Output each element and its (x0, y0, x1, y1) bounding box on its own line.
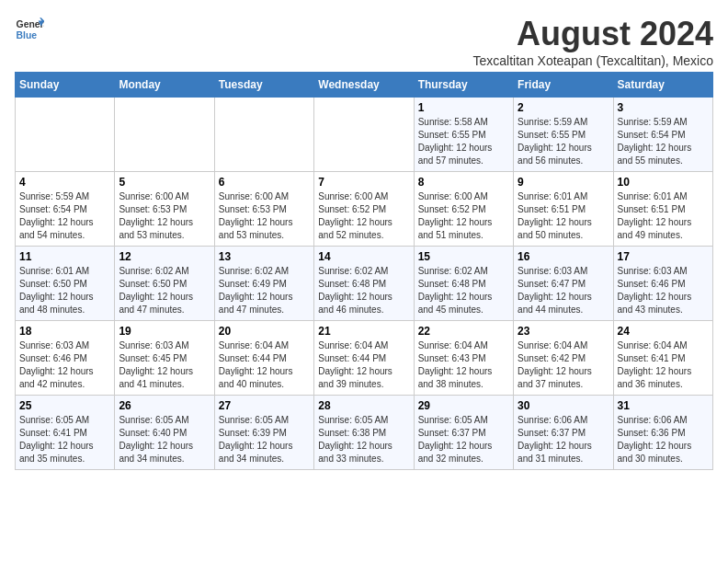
calendar-cell: 10Sunrise: 6:01 AM Sunset: 6:51 PM Dayli… (613, 172, 712, 247)
day-info: Sunrise: 5:59 AM Sunset: 6:54 PM Dayligh… (19, 190, 110, 242)
calendar-week-row: 11Sunrise: 6:01 AM Sunset: 6:50 PM Dayli… (16, 247, 713, 321)
calendar-cell: 1Sunrise: 5:58 AM Sunset: 6:55 PM Daylig… (414, 98, 513, 172)
day-number: 31 (618, 399, 709, 412)
header-friday: Friday (514, 73, 613, 98)
logo: General Blue (15, 15, 44, 44)
day-info: Sunrise: 6:01 AM Sunset: 6:51 PM Dayligh… (518, 190, 609, 242)
calendar-cell: 17Sunrise: 6:03 AM Sunset: 6:46 PM Dayli… (613, 247, 712, 321)
day-number: 22 (418, 325, 509, 338)
calendar-cell: 24Sunrise: 6:04 AM Sunset: 6:41 PM Dayli… (613, 321, 712, 396)
calendar-cell: 31Sunrise: 6:06 AM Sunset: 6:36 PM Dayli… (613, 396, 712, 470)
calendar-cell: 26Sunrise: 6:05 AM Sunset: 6:40 PM Dayli… (115, 396, 214, 470)
main-title: August 2024 (473, 15, 713, 53)
calendar-header-row: SundayMondayTuesdayWednesdayThursdayFrid… (16, 73, 713, 98)
calendar-cell: 27Sunrise: 6:05 AM Sunset: 6:39 PM Dayli… (214, 396, 313, 470)
day-number: 29 (418, 399, 509, 412)
day-info: Sunrise: 6:02 AM Sunset: 6:50 PM Dayligh… (119, 265, 210, 316)
day-info: Sunrise: 6:02 AM Sunset: 6:48 PM Dayligh… (318, 265, 409, 316)
calendar-cell: 25Sunrise: 6:05 AM Sunset: 6:41 PM Dayli… (16, 396, 115, 470)
calendar-week-row: 18Sunrise: 6:03 AM Sunset: 6:46 PM Dayli… (16, 321, 713, 396)
calendar-cell: 21Sunrise: 6:04 AM Sunset: 6:44 PM Dayli… (314, 321, 414, 396)
calendar-cell: 20Sunrise: 6:04 AM Sunset: 6:44 PM Dayli… (214, 321, 313, 396)
calendar-cell: 29Sunrise: 6:05 AM Sunset: 6:37 PM Dayli… (414, 396, 513, 470)
day-info: Sunrise: 5:59 AM Sunset: 6:55 PM Dayligh… (518, 116, 609, 167)
calendar-cell (314, 98, 414, 172)
day-number: 17 (618, 250, 709, 263)
day-number: 10 (618, 176, 709, 189)
subtitle: Texcaltitan Xoteapan (Texcaltitan), Mexi… (473, 53, 713, 68)
calendar-cell: 22Sunrise: 6:04 AM Sunset: 6:43 PM Dayli… (414, 321, 513, 396)
day-info: Sunrise: 6:02 AM Sunset: 6:48 PM Dayligh… (418, 265, 509, 316)
day-info: Sunrise: 6:05 AM Sunset: 6:39 PM Dayligh… (219, 414, 310, 465)
day-number: 4 (19, 176, 110, 189)
day-info: Sunrise: 6:05 AM Sunset: 6:38 PM Dayligh… (318, 414, 409, 465)
day-info: Sunrise: 6:05 AM Sunset: 6:37 PM Dayligh… (418, 414, 509, 465)
day-number: 12 (119, 250, 210, 263)
day-info: Sunrise: 5:58 AM Sunset: 6:55 PM Dayligh… (418, 116, 509, 167)
calendar-cell: 3Sunrise: 5:59 AM Sunset: 6:54 PM Daylig… (613, 98, 712, 172)
day-number: 14 (318, 250, 409, 263)
calendar-cell: 6Sunrise: 6:00 AM Sunset: 6:53 PM Daylig… (214, 172, 313, 247)
calendar-cell: 13Sunrise: 6:02 AM Sunset: 6:49 PM Dayli… (214, 247, 313, 321)
day-number: 2 (518, 101, 609, 114)
day-number: 20 (219, 325, 310, 338)
day-info: Sunrise: 6:03 AM Sunset: 6:46 PM Dayligh… (618, 265, 709, 316)
day-number: 6 (219, 176, 310, 189)
day-number: 9 (518, 176, 609, 189)
calendar-week-row: 25Sunrise: 6:05 AM Sunset: 6:41 PM Dayli… (16, 396, 713, 470)
page-header: General Blue August 2024 Texcaltitan Xot… (15, 15, 713, 68)
day-info: Sunrise: 6:00 AM Sunset: 6:53 PM Dayligh… (119, 190, 210, 242)
logo-icon: General Blue (15, 15, 44, 44)
calendar-cell: 9Sunrise: 6:01 AM Sunset: 6:51 PM Daylig… (514, 172, 613, 247)
calendar-week-row: 4Sunrise: 5:59 AM Sunset: 6:54 PM Daylig… (16, 172, 713, 247)
day-info: Sunrise: 5:59 AM Sunset: 6:54 PM Dayligh… (618, 116, 709, 167)
calendar-cell (214, 98, 313, 172)
day-number: 30 (518, 399, 609, 412)
calendar-cell (16, 98, 115, 172)
calendar-cell: 23Sunrise: 6:04 AM Sunset: 6:42 PM Dayli… (514, 321, 613, 396)
calendar-cell: 12Sunrise: 6:02 AM Sunset: 6:50 PM Dayli… (115, 247, 214, 321)
day-number: 8 (418, 176, 509, 189)
day-info: Sunrise: 6:03 AM Sunset: 6:46 PM Dayligh… (19, 339, 110, 391)
header-monday: Monday (115, 73, 214, 98)
calendar-cell: 7Sunrise: 6:00 AM Sunset: 6:52 PM Daylig… (314, 172, 414, 247)
day-number: 27 (219, 399, 310, 412)
header-thursday: Thursday (414, 73, 513, 98)
day-info: Sunrise: 6:01 AM Sunset: 6:51 PM Dayligh… (618, 190, 709, 242)
day-info: Sunrise: 6:04 AM Sunset: 6:41 PM Dayligh… (618, 339, 709, 391)
calendar-cell: 19Sunrise: 6:03 AM Sunset: 6:45 PM Dayli… (115, 321, 214, 396)
calendar-cell: 8Sunrise: 6:00 AM Sunset: 6:52 PM Daylig… (414, 172, 513, 247)
day-info: Sunrise: 6:06 AM Sunset: 6:36 PM Dayligh… (618, 414, 709, 465)
calendar-cell: 30Sunrise: 6:06 AM Sunset: 6:37 PM Dayli… (514, 396, 613, 470)
calendar-cell: 18Sunrise: 6:03 AM Sunset: 6:46 PM Dayli… (16, 321, 115, 396)
day-number: 24 (618, 325, 709, 338)
day-number: 11 (19, 250, 110, 263)
day-number: 28 (318, 399, 409, 412)
day-info: Sunrise: 6:05 AM Sunset: 6:41 PM Dayligh… (19, 414, 110, 465)
day-info: Sunrise: 6:00 AM Sunset: 6:52 PM Dayligh… (318, 190, 409, 242)
day-number: 1 (418, 101, 509, 114)
calendar-cell: 11Sunrise: 6:01 AM Sunset: 6:50 PM Dayli… (16, 247, 115, 321)
day-info: Sunrise: 6:04 AM Sunset: 6:43 PM Dayligh… (418, 339, 509, 391)
header-tuesday: Tuesday (214, 73, 313, 98)
day-number: 16 (518, 250, 609, 263)
day-number: 18 (19, 325, 110, 338)
svg-text:Blue: Blue (17, 30, 38, 40)
day-number: 21 (318, 325, 409, 338)
calendar-cell: 15Sunrise: 6:02 AM Sunset: 6:48 PM Dayli… (414, 247, 513, 321)
calendar-cell: 14Sunrise: 6:02 AM Sunset: 6:48 PM Dayli… (314, 247, 414, 321)
calendar-cell: 28Sunrise: 6:05 AM Sunset: 6:38 PM Dayli… (314, 396, 414, 470)
calendar-week-row: 1Sunrise: 5:58 AM Sunset: 6:55 PM Daylig… (16, 98, 713, 172)
calendar-table: SundayMondayTuesdayWednesdayThursdayFrid… (15, 72, 713, 470)
day-info: Sunrise: 6:02 AM Sunset: 6:49 PM Dayligh… (219, 265, 310, 316)
day-info: Sunrise: 6:03 AM Sunset: 6:47 PM Dayligh… (518, 265, 609, 316)
title-area: August 2024 Texcaltitan Xoteapan (Texcal… (473, 15, 713, 68)
calendar-cell: 5Sunrise: 6:00 AM Sunset: 6:53 PM Daylig… (115, 172, 214, 247)
day-number: 23 (518, 325, 609, 338)
day-info: Sunrise: 6:00 AM Sunset: 6:52 PM Dayligh… (418, 190, 509, 242)
header-wednesday: Wednesday (314, 73, 414, 98)
day-number: 25 (19, 399, 110, 412)
calendar-cell (115, 98, 214, 172)
day-number: 7 (318, 176, 409, 189)
day-number: 15 (418, 250, 509, 263)
